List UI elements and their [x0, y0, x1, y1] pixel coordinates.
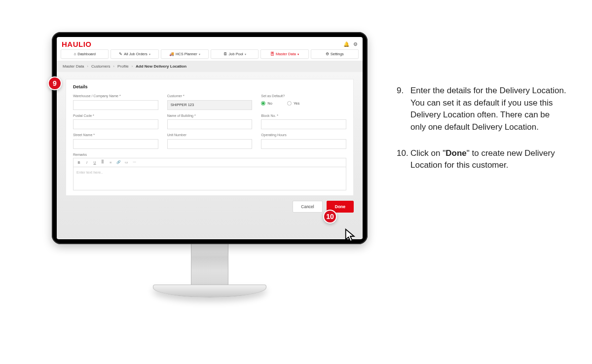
- dashboard-icon: ⌂: [74, 52, 76, 56]
- field-building: Name of Building *: [167, 114, 253, 130]
- label-street: Street Name *: [73, 133, 158, 137]
- breadcrumb-master-data[interactable]: Master Data: [63, 64, 84, 69]
- label-customer: Customer *: [167, 94, 253, 98]
- nav-settings-label: Settings: [331, 52, 344, 56]
- instruction-9-number: 9.: [397, 85, 410, 134]
- input-hours[interactable]: [261, 139, 346, 149]
- nav-hcs-planner-label: HCS Planner: [176, 52, 197, 56]
- card-title: Details: [73, 84, 346, 89]
- input-street[interactable]: [73, 139, 158, 149]
- input-customer[interactable]: [167, 100, 253, 110]
- field-street: Street Name *: [73, 133, 158, 149]
- field-postal: Postal Code *: [73, 114, 158, 130]
- label-block: Block No. *: [261, 114, 346, 117]
- settings-icon: ⚙: [326, 52, 329, 56]
- breadcrumb: Master Data › Customers › Profile › Add …: [57, 61, 363, 72]
- radio-dot-icon: [287, 101, 292, 106]
- app-header: HAULIO 🔔 ⚙: [57, 37, 363, 49]
- calendar-icon: 🗓: [223, 52, 227, 56]
- chevron-down-icon: ▾: [297, 52, 299, 56]
- label-hours: Operating Hours: [261, 133, 346, 137]
- pencil-icon: ✎: [119, 52, 122, 56]
- nav-master-data[interactable]: 🗄 Master Data ▾: [260, 49, 308, 59]
- input-postal[interactable]: [73, 119, 158, 129]
- breadcrumb-profile[interactable]: Profile: [117, 64, 129, 69]
- field-remarks: Remarks B I U ≣ ≡ 🔗 ▭ ⋯ Ent: [73, 153, 346, 190]
- radio-yes-label: Yes: [294, 101, 299, 106]
- input-building[interactable]: [167, 119, 253, 129]
- underline-icon[interactable]: U: [92, 161, 97, 164]
- input-block[interactable]: [261, 119, 346, 129]
- nav-dashboard-label: Dashboard: [77, 52, 96, 56]
- link-icon[interactable]: 🔗: [116, 160, 121, 164]
- label-set-default: Set as Default?: [261, 94, 346, 98]
- header-icons: 🔔 ⚙: [343, 41, 358, 47]
- italic-icon[interactable]: I: [84, 161, 89, 164]
- breadcrumb-customers[interactable]: Customers: [91, 64, 111, 69]
- form-actions: Cancel Done: [66, 201, 354, 213]
- instructions-panel: 9. Enter the details for the Delivery Lo…: [397, 85, 567, 185]
- field-customer: Customer *: [167, 94, 253, 110]
- radio-no[interactable]: No: [261, 101, 272, 106]
- nav-job-pool[interactable]: 🗓 Job Pool ▾: [211, 49, 259, 59]
- callout-badge-9: 9: [48, 76, 62, 90]
- nav-dashboard[interactable]: ⌂ Dashboard: [61, 49, 109, 59]
- image-icon[interactable]: ▭: [124, 160, 129, 164]
- gear-icon[interactable]: ⚙: [353, 41, 358, 47]
- field-set-default: Set as Default? No Yes: [261, 94, 346, 110]
- field-unit: Unit Number: [167, 133, 253, 149]
- breadcrumb-current: Add New Delivery Location: [136, 64, 186, 69]
- align-icon[interactable]: ≡: [108, 161, 113, 164]
- field-block: Block No. *: [261, 114, 346, 130]
- callout-badge-10: 10: [323, 210, 337, 223]
- label-building: Name of Building *: [167, 114, 253, 117]
- details-card: Details Warehouse / Company Name * Custo…: [66, 79, 354, 196]
- cursor-icon: [344, 228, 359, 243]
- label-warehouse: Warehouse / Company Name *: [73, 94, 158, 98]
- chevron-down-icon: ▾: [199, 52, 200, 56]
- bell-icon[interactable]: 🔔: [343, 41, 349, 47]
- chevron-right-icon: ›: [113, 65, 114, 68]
- field-warehouse: Warehouse / Company Name *: [73, 94, 158, 110]
- instruction-10-number: 10.: [397, 147, 410, 172]
- list-icon[interactable]: ≣: [100, 160, 105, 164]
- nav-job-orders-label: All Job Orders: [124, 52, 148, 56]
- page-body: Details Warehouse / Company Name * Custo…: [57, 72, 363, 239]
- instruction-9: 9. Enter the details for the Delivery Lo…: [397, 85, 567, 134]
- app-screen: HAULIO 🔔 ⚙ ⌂ Dashboard ✎ All Job Orders: [57, 37, 363, 239]
- instruction-9-text: Enter the details for the Delivery Locat…: [410, 85, 567, 134]
- nav-settings[interactable]: ⚙ Settings: [311, 49, 359, 59]
- data-icon: 🗄: [270, 52, 274, 56]
- label-postal: Postal Code *: [73, 114, 158, 117]
- chevron-right-icon: ›: [132, 65, 133, 68]
- monitor-stand-neck: [191, 244, 228, 289]
- monitor-mockup: HAULIO 🔔 ⚙ ⌂ Dashboard ✎ All Job Orders: [52, 32, 368, 308]
- label-remarks: Remarks: [73, 153, 346, 156]
- monitor-frame: HAULIO 🔔 ⚙ ⌂ Dashboard ✎ All Job Orders: [52, 32, 368, 244]
- svg-marker-0: [346, 229, 354, 241]
- more-icon[interactable]: ⋯: [132, 160, 137, 164]
- field-hours: Operating Hours: [261, 133, 346, 149]
- main-nav: ⌂ Dashboard ✎ All Job Orders ▾ 🚚 HCS Pla…: [57, 49, 363, 61]
- chevron-down-icon: ▾: [149, 52, 150, 56]
- input-unit[interactable]: [167, 139, 253, 149]
- nav-job-pool-label: Job Pool: [229, 52, 243, 56]
- cancel-button[interactable]: Cancel: [293, 201, 322, 213]
- editor-toolbar[interactable]: B I U ≣ ≡ 🔗 ▭ ⋯: [73, 158, 346, 167]
- chevron-right-icon: ›: [87, 65, 88, 68]
- instruction-10: 10. Click on "Done" to create new Delive…: [397, 147, 567, 172]
- input-warehouse[interactable]: [73, 100, 158, 110]
- editor-body[interactable]: Enter text here..: [73, 167, 346, 190]
- radio-yes[interactable]: Yes: [287, 101, 299, 106]
- chevron-down-icon: ▾: [245, 52, 246, 56]
- truck-icon: 🚚: [169, 52, 174, 56]
- monitor-stand-base: [153, 285, 266, 297]
- label-unit: Unit Number: [167, 133, 253, 137]
- nav-job-orders[interactable]: ✎ All Job Orders ▾: [111, 49, 158, 59]
- nav-master-data-label: Master Data: [276, 52, 296, 56]
- instruction-10-text: Click on "Done" to create new Delivery L…: [410, 147, 567, 172]
- bold-icon[interactable]: B: [76, 161, 81, 164]
- radio-dot-icon: [261, 101, 265, 106]
- nav-hcs-planner[interactable]: 🚚 HCS Planner ▾: [161, 49, 209, 59]
- radio-no-label: No: [267, 101, 272, 106]
